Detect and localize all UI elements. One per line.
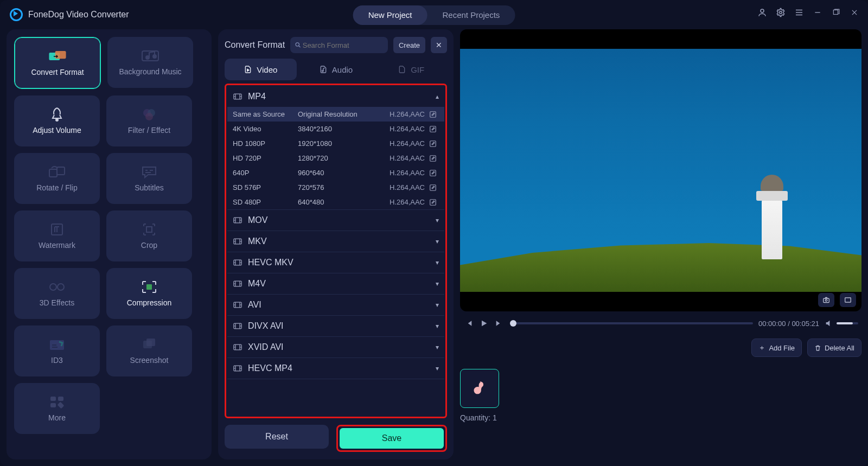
- close-icon[interactable]: [848, 7, 860, 18]
- format-group-header[interactable]: MOV▾: [227, 210, 444, 231]
- preset-codec: H.264,AAC: [379, 154, 425, 162]
- tool-label: Convert Format: [31, 68, 84, 76]
- settings-icon[interactable]: [775, 7, 787, 18]
- tool-subtitles[interactable]: Subtitles: [106, 153, 192, 204]
- snapshot-icon[interactable]: [818, 293, 834, 307]
- format-group: DIVX AVI▾: [227, 316, 444, 337]
- edit-preset-icon[interactable]: [429, 140, 439, 148]
- tool-crop[interactable]: Crop: [106, 210, 192, 261]
- format-group-header[interactable]: AVI▾: [227, 295, 444, 315]
- edit-preset-icon[interactable]: [429, 125, 439, 133]
- fullscreen-icon[interactable]: [840, 293, 856, 307]
- format-preset-row[interactable]: Same as SourceOriginal ResolutionH.264,A…: [227, 107, 444, 122]
- audio-tab-icon: [319, 65, 328, 74]
- video-tab-icon: [244, 65, 252, 74]
- volume-track[interactable]: [837, 322, 858, 324]
- music-note-icon: [470, 379, 489, 398]
- next-icon[interactable]: [494, 318, 505, 329]
- format-panel-header: Convert Format Create ✕: [225, 37, 447, 53]
- prev-icon[interactable]: [463, 318, 474, 329]
- tool-background-music[interactable]: Background Music: [107, 37, 193, 88]
- format-preset-row[interactable]: SD 480P640*480H.264,AAC: [227, 195, 444, 209]
- project-tabs: New Project Recent Projects: [353, 5, 515, 25]
- tab-recent-projects[interactable]: Recent Projects: [427, 5, 515, 25]
- menu-icon[interactable]: [793, 7, 805, 18]
- format-group-icon: [233, 237, 242, 246]
- preset-resolution: 640*480: [298, 198, 379, 206]
- svg-rect-23: [58, 397, 63, 401]
- tool-convert-format[interactable]: Convert Format: [14, 37, 101, 89]
- tool-rotate-flip[interactable]: Rotate / Flip: [14, 153, 100, 204]
- search-input[interactable]: [302, 41, 384, 50]
- format-group-header[interactable]: DIVX AVI▾: [227, 316, 444, 336]
- svg-rect-44: [824, 298, 829, 303]
- format-group: M4V▾: [227, 273, 444, 295]
- search-icon: [295, 41, 302, 49]
- tool-adjust-volume[interactable]: Adjust Volume: [14, 95, 100, 146]
- preset-name: 4K Video: [233, 125, 298, 133]
- app-logo-icon: [10, 8, 23, 21]
- format-group-header[interactable]: XVID AVI▾: [227, 337, 444, 358]
- tool-id3[interactable]: ID3: [14, 325, 100, 376]
- tool-label: ID3: [51, 356, 63, 365]
- search-format[interactable]: [290, 37, 388, 53]
- format-group-header[interactable]: HEVC MP4▾: [227, 358, 444, 379]
- tool-label: Filter / Effect: [128, 126, 170, 135]
- maximize-icon[interactable]: [830, 7, 842, 18]
- format-tab-gif[interactable]: GIF: [375, 59, 447, 80]
- format-group-header[interactable]: M4V▾: [227, 273, 444, 294]
- tool-more[interactable]: More: [14, 383, 100, 434]
- edit-preset-icon[interactable]: [429, 111, 439, 118]
- account-icon[interactable]: [756, 7, 768, 18]
- preview-corner-controls: [818, 293, 856, 307]
- save-button[interactable]: Save: [340, 428, 444, 449]
- tool-watermark[interactable]: Watermark: [14, 210, 100, 261]
- format-group-header[interactable]: HEVC MKV▾: [227, 252, 444, 273]
- svg-point-16: [50, 284, 56, 290]
- format-tab-video[interactable]: Video: [225, 59, 297, 80]
- edit-preset-icon[interactable]: [429, 184, 439, 191]
- chevron-down-icon: ▾: [436, 343, 439, 351]
- format-preset-row[interactable]: 4K Video3840*2160H.264,AAC: [227, 122, 444, 136]
- reset-button[interactable]: Reset: [225, 425, 329, 449]
- svg-rect-18: [146, 284, 152, 290]
- tool-3d-effects[interactable]: 3D Effects: [14, 268, 100, 319]
- add-file-button[interactable]: ＋Add File: [751, 339, 802, 357]
- tool-filter-effect[interactable]: Filter / Effect: [106, 95, 192, 146]
- tool-compression[interactable]: Compression: [106, 268, 192, 319]
- format-preset-row[interactable]: SD 576P720*576H.264,AAC: [227, 180, 444, 195]
- format-tab-audio[interactable]: Audio: [300, 59, 372, 80]
- format-group: AVI▾: [227, 295, 444, 316]
- preset-name: Same as Source: [233, 110, 298, 118]
- volume-control[interactable]: [825, 319, 858, 328]
- file-thumbnail[interactable]: [460, 369, 499, 408]
- titlebar: FoneDog Video Converter New Project Rece…: [0, 0, 868, 29]
- seek-track[interactable]: [510, 322, 753, 324]
- video-preview[interactable]: [460, 29, 861, 311]
- minimize-icon[interactable]: [812, 7, 824, 18]
- edit-preset-icon[interactable]: [429, 169, 439, 177]
- tab-new-project[interactable]: New Project: [353, 5, 427, 25]
- crop-icon: [140, 222, 158, 237]
- svg-point-45: [825, 299, 827, 302]
- play-icon[interactable]: [478, 318, 489, 329]
- edit-preset-icon[interactable]: [429, 155, 439, 162]
- tool-screenshot[interactable]: Screenshot: [106, 325, 192, 376]
- format-preset-row[interactable]: 640P960*640H.264,AAC: [227, 165, 444, 180]
- format-group-header[interactable]: MKV▾: [227, 231, 444, 252]
- id3-icon: [48, 337, 66, 352]
- watermark-icon: [48, 222, 66, 237]
- delete-all-button[interactable]: Delete All: [807, 339, 861, 357]
- format-group-icon: [233, 92, 242, 101]
- preset-resolution: Original Resolution: [298, 110, 379, 118]
- edit-preset-icon[interactable]: [429, 199, 439, 206]
- format-group-header[interactable]: MP4▴: [227, 86, 444, 107]
- format-preset-row[interactable]: HD 720P1280*720H.264,AAC: [227, 151, 444, 165]
- format-panel-title: Convert Format: [225, 40, 285, 50]
- close-panel-icon[interactable]: ✕: [431, 37, 447, 53]
- seek-knob[interactable]: [510, 320, 516, 327]
- create-button[interactable]: Create: [393, 37, 425, 53]
- preview-landscape: [460, 243, 861, 292]
- format-preset-row[interactable]: HD 1080P1920*1080H.264,AAC: [227, 136, 444, 151]
- adjust-volume-icon: [48, 107, 66, 122]
